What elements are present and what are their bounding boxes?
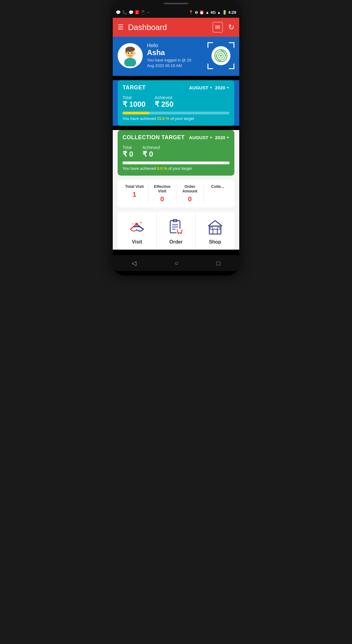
collection-stats-row: Total ₹ 0 Achieved ₹ 0 xyxy=(123,145,229,158)
svg-point-3 xyxy=(128,53,129,54)
back-button[interactable]: ◁ xyxy=(126,257,142,269)
app-title: Dashboard xyxy=(128,23,167,32)
imo-icon: 💬 xyxy=(116,10,121,15)
collection-total-value: ₹ 0 xyxy=(123,150,133,158)
collection-filters: AUGUST ▼ 2020 ▼ xyxy=(189,135,229,140)
month-arrow-icon: ▼ xyxy=(210,86,213,89)
fingerprint-icon xyxy=(214,49,228,62)
order-icon xyxy=(167,218,185,236)
svg-point-25 xyxy=(180,233,182,234)
target-year-filter[interactable]: 2020 ▼ xyxy=(215,85,229,90)
visit-stat-effective: Effective Visit 0 xyxy=(148,184,176,203)
app-bar: ☰ Dashboard ✉ ↻ xyxy=(113,18,239,37)
home-button[interactable]: ○ xyxy=(168,257,184,269)
collection-card-header: COLLECTION TARGET AUGUST ▼ 2020 ▼ xyxy=(123,134,229,141)
corner-tr xyxy=(229,42,234,48)
user-info: Hello Asha You have logged in @ 20 Aug 2… xyxy=(147,43,191,69)
time-display: 4:29 xyxy=(228,10,236,15)
visit-stat-order-value: 0 xyxy=(179,195,201,203)
recents-button[interactable]: □ xyxy=(210,257,226,269)
menu-icon[interactable]: ☰ xyxy=(118,23,124,31)
coll-month-arrow-icon: ▼ xyxy=(210,136,213,139)
user-hello-text: Hello xyxy=(147,43,191,48)
collection-title: COLLECTION TARGET xyxy=(123,134,185,141)
dots-icon: ··· xyxy=(147,10,150,14)
svg-rect-30 xyxy=(210,227,213,229)
svg-point-7 xyxy=(134,52,136,54)
order-action[interactable]: Order xyxy=(157,212,196,250)
corner-br xyxy=(229,64,234,69)
shop-icon xyxy=(206,218,224,236)
svg-rect-31 xyxy=(218,227,220,229)
lower-content: COLLECTION TARGET AUGUST ▼ 2020 ▼ Total … xyxy=(113,130,239,250)
visit-stat-order: Order Amount 0 xyxy=(176,184,204,203)
mail-button[interactable]: ✉ xyxy=(213,22,223,32)
user-login-text: You have logged in @ 20 Aug 2020 06:19 A… xyxy=(147,58,191,69)
order-svg-icon xyxy=(167,218,185,236)
user-name-text: Asha xyxy=(147,48,191,57)
shop-svg-icon xyxy=(206,218,224,236)
minus-icon: ⊖ xyxy=(195,10,198,15)
refresh-button[interactable]: ↻ xyxy=(228,23,234,32)
target-stats-row: Total ₹ 1000 Achieved ₹ 250 xyxy=(123,95,229,109)
target-progress-highlight: 25.0 % xyxy=(157,116,169,121)
visit-stat-colle-label: Colle... xyxy=(206,184,229,189)
fingerprint-circle xyxy=(211,46,230,65)
app-icon: 📱 xyxy=(141,10,145,15)
visit-action[interactable]: ✦ ✦ Visit xyxy=(118,212,157,250)
signal2-icon: ▲ xyxy=(217,10,221,15)
svg-point-5 xyxy=(124,58,136,66)
corner-bl xyxy=(207,64,213,69)
visit-stat-total: Total Visit 1 xyxy=(121,184,148,203)
app-bar-left: ☰ Dashboard xyxy=(118,23,167,32)
visit-stat-effective-value: 0 xyxy=(151,195,174,203)
shop-action[interactable]: Shop xyxy=(196,212,234,250)
signal-icon: ▲ xyxy=(205,10,209,15)
order-action-label: Order xyxy=(159,239,193,245)
fingerprint-scanner[interactable] xyxy=(207,42,234,69)
target-progress-fill xyxy=(123,112,149,114)
target-title: TARGET xyxy=(123,84,146,91)
visit-stats-row: Total Visit 1 Effective Visit 0 Order Am… xyxy=(118,180,234,207)
target-total-value: ₹ 1000 xyxy=(123,100,145,109)
collection-total-label: Total xyxy=(123,145,133,150)
svg-text:✦: ✦ xyxy=(140,221,142,224)
collection-achieved-label: Achieved xyxy=(142,145,160,150)
target-progress-bg xyxy=(123,112,229,114)
visit-icon: ✦ ✦ xyxy=(128,218,146,236)
collection-card: COLLECTION TARGET AUGUST ▼ 2020 ▼ Total … xyxy=(118,130,234,176)
avatar xyxy=(118,43,143,68)
visit-stat-colle: Colle... xyxy=(204,184,231,203)
svg-point-6 xyxy=(124,52,127,54)
collection-achieved-value: ₹ 0 xyxy=(142,150,160,158)
collection-total: Total ₹ 0 xyxy=(123,145,133,158)
target-month-filter[interactable]: AUGUST ▼ xyxy=(189,85,212,90)
alarm-icon: ⏰ xyxy=(199,10,204,15)
visit-stat-total-value: 1 xyxy=(123,191,146,199)
svg-rect-28 xyxy=(213,229,217,234)
app-bar-right: ✉ ↻ xyxy=(213,22,234,32)
svg-point-14 xyxy=(135,223,138,226)
svg-text:✦: ✦ xyxy=(132,223,134,225)
target-achieved: Achieved ₹ 250 xyxy=(155,95,174,109)
collection-achieved: Achieved ₹ 0 xyxy=(142,145,160,158)
visit-stat-order-label: Order Amount xyxy=(179,184,201,193)
collection-month-filter[interactable]: AUGUST ▼ xyxy=(189,135,212,140)
user-left: Hello Asha You have logged in @ 20 Aug 2… xyxy=(118,43,191,69)
svg-point-11 xyxy=(220,55,222,57)
target-progress-text: You have achieved 25.0 % of your target xyxy=(123,116,229,121)
actions-section: ✦ ✦ Visit xyxy=(118,212,234,250)
corner-tl xyxy=(207,42,213,48)
collection-year-filter[interactable]: 2020 ▼ xyxy=(215,135,229,140)
status-icons-left: 💬 📞 💬 Z 📱 ··· xyxy=(116,10,150,15)
target-achieved-value: ₹ 250 xyxy=(155,100,174,109)
svg-point-24 xyxy=(178,233,179,234)
coll-year-arrow-icon: ▼ xyxy=(226,136,229,139)
shop-action-label: Shop xyxy=(198,239,232,245)
visit-stat-effective-label: Effective Visit xyxy=(151,184,174,193)
target-total-label: Total xyxy=(123,95,145,100)
user-section: Hello Asha You have logged in @ 20 Aug 2… xyxy=(113,37,239,76)
status-bar: 💬 📞 💬 Z 📱 ··· 📍 ⊖ ⏰ ▲ 4G ▲ 🔋 4:29 xyxy=(113,7,239,18)
target-card: TARGET AUGUST ▼ 2020 ▼ Total ₹ 1000 xyxy=(118,80,234,126)
notch xyxy=(164,3,188,4)
